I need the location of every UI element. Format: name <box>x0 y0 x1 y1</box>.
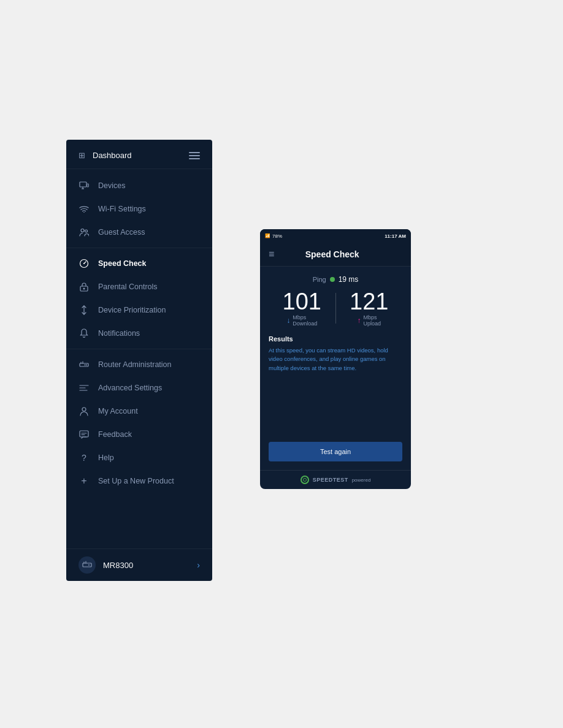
guest-label: Guest Access <box>98 228 200 237</box>
powered-label: powered <box>352 477 371 483</box>
notifications-icon <box>79 328 90 339</box>
speed-check-label: Speed Check <box>98 259 200 268</box>
results-section: Results At this speed, you can stream HD… <box>269 335 402 373</box>
router-footer[interactable]: MR8300 › <box>66 548 212 581</box>
setup-label: Set Up a New Product <box>98 477 200 485</box>
help-label: Help <box>98 453 200 462</box>
download-item: 101 ↓ Mbps Download <box>269 290 335 327</box>
sidebar: ⊞ Dashboard Devices <box>66 140 212 581</box>
devices-icon <box>79 180 90 191</box>
parental-label: Parental Controls <box>98 282 200 291</box>
svg-point-27 <box>88 564 90 566</box>
svg-rect-24 <box>83 563 91 567</box>
sidebar-header: ⊞ Dashboard <box>66 140 212 169</box>
router-admin-label: Router Administration <box>98 360 200 369</box>
svg-point-13 <box>86 365 87 366</box>
speed-check-icon <box>79 258 90 269</box>
router-name: MR8300 <box>103 561 190 570</box>
svg-point-4 <box>83 212 85 213</box>
sidebar-item-wifi[interactable]: Wi-Fi Settings <box>66 197 212 221</box>
download-unit: Mbps <box>293 314 317 320</box>
feedback-label: Feedback <box>98 430 200 439</box>
sidebar-item-speed-check[interactable]: Speed Check <box>66 252 212 275</box>
status-bar: 📶 78% 11:17 AM <box>260 229 411 243</box>
svg-rect-21 <box>80 431 88 437</box>
sidebar-nav: Devices Wi-Fi Settings <box>66 169 212 548</box>
mobile-title: Speed Check <box>280 249 384 259</box>
battery-level: 78% <box>272 233 282 239</box>
dashboard-header-icon: ⊞ <box>79 151 85 160</box>
svg-point-14 <box>85 365 86 366</box>
sidebar-item-help[interactable]: ? Help <box>66 446 212 469</box>
signal-icon: 📶 <box>265 233 270 238</box>
help-icon: ? <box>79 452 90 463</box>
upload-unit-row: ↑ Mbps Upload <box>357 314 381 327</box>
results-text: At this speed, you can stream HD videos,… <box>269 346 402 373</box>
speedtest-logo-inner <box>303 478 307 482</box>
feedback-icon <box>79 429 90 440</box>
upload-value: 121 <box>350 290 388 313</box>
sidebar-item-notifications[interactable]: Notifications <box>66 322 212 345</box>
router-admin-icon <box>79 359 90 370</box>
test-again-button[interactable]: Test again <box>269 442 402 461</box>
advanced-icon <box>79 382 90 393</box>
mobile-content: Ping 19 ms 101 ↓ Mbps Download 121 <box>260 267 411 470</box>
speedtest-footer: SPEEDTEST powered <box>260 470 411 489</box>
account-label: My Account <box>98 407 200 415</box>
sidebar-item-account[interactable]: My Account <box>66 400 212 423</box>
sidebar-item-guest[interactable]: Guest Access <box>66 221 212 244</box>
sidebar-item-advanced[interactable]: Advanced Settings <box>66 376 212 400</box>
parental-icon <box>79 281 90 292</box>
ping-row: Ping 19 ms <box>269 275 402 284</box>
mobile-menu-icon[interactable]: ≡ <box>269 249 274 260</box>
setup-icon: + <box>79 476 90 487</box>
upload-arrow: ↑ <box>357 316 361 325</box>
ping-value: 19 ms <box>339 275 359 284</box>
notifications-label: Notifications <box>98 329 200 338</box>
sidebar-dashboard-label: Dashboard <box>93 151 132 160</box>
sidebar-item-feedback[interactable]: Feedback <box>66 423 212 446</box>
upload-unit: Mbps <box>363 314 381 320</box>
speedtest-logo-icon <box>301 476 309 484</box>
router-chevron: › <box>197 560 200 570</box>
nav-divider-1 <box>66 248 212 248</box>
sidebar-item-device-prio[interactable]: Device Prioritization <box>66 298 212 322</box>
hamburger-menu[interactable] <box>189 152 200 159</box>
svg-point-10 <box>83 288 85 290</box>
advanced-label: Advanced Settings <box>98 384 200 392</box>
mobile-header: ≡ Speed Check <box>260 243 411 267</box>
speedtest-label: SPEEDTEST <box>313 477 348 483</box>
devices-label: Devices <box>98 181 200 190</box>
svg-point-5 <box>81 229 84 232</box>
download-value: 101 <box>283 290 321 313</box>
status-time: 11:17 AM <box>385 233 406 239</box>
mobile-screen: 📶 78% 11:17 AM ≡ Speed Check Ping 19 ms … <box>260 229 411 489</box>
sidebar-item-parental[interactable]: Parental Controls <box>66 275 212 298</box>
download-unit-row: ↓ Mbps Download <box>286 314 317 327</box>
svg-rect-3 <box>87 184 89 187</box>
guest-icon <box>79 227 90 238</box>
svg-point-6 <box>85 230 88 232</box>
download-label: Download <box>293 320 317 327</box>
speed-display: 101 ↓ Mbps Download 121 ↑ Mbps Upload <box>269 290 402 327</box>
account-icon <box>79 406 90 417</box>
sidebar-item-router-admin[interactable]: Router Administration <box>66 353 212 376</box>
svg-point-8 <box>83 263 85 264</box>
sidebar-item-devices[interactable]: Devices <box>66 174 212 197</box>
ping-dot <box>330 277 335 282</box>
download-arrow: ↓ <box>286 316 290 325</box>
router-avatar <box>79 556 96 574</box>
upload-item: 121 ↑ Mbps Upload <box>336 290 403 327</box>
status-icons: 📶 78% <box>265 233 282 239</box>
wifi-label: Wi-Fi Settings <box>98 205 200 213</box>
results-title: Results <box>269 335 402 343</box>
svg-rect-0 <box>80 182 86 187</box>
svg-point-20 <box>82 408 86 411</box>
upload-label: Upload <box>363 320 381 327</box>
device-prio-label: Device Prioritization <box>98 306 200 314</box>
ping-label: Ping <box>313 276 326 283</box>
wifi-icon <box>79 203 90 214</box>
nav-divider-2 <box>66 349 212 349</box>
device-prio-icon <box>79 305 90 316</box>
sidebar-item-setup[interactable]: + Set Up a New Product <box>66 469 212 493</box>
